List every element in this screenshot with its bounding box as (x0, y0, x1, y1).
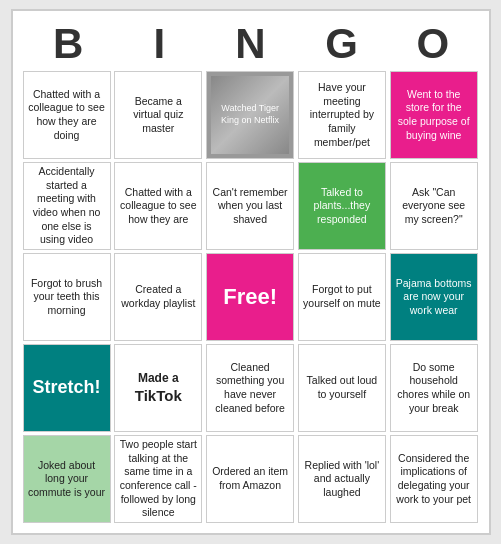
header-letter-o: O (389, 21, 477, 67)
bingo-cell-5[interactable]: Accidentally started a meeting with vide… (23, 162, 111, 250)
bingo-cell-3[interactable]: Have your meeting interrupted by family … (298, 71, 386, 159)
cell-text-4: Went to the store for the sole purpose o… (395, 88, 473, 143)
bingo-card: BINGO Chatted with a colleague to see ho… (11, 9, 491, 535)
cell-text-23: Replied with 'lol' and actually laughed (303, 459, 381, 500)
bingo-cell-12[interactable]: Free! (206, 253, 294, 341)
tiktok-label: Made aTikTok (135, 371, 182, 406)
bingo-cell-19[interactable]: Do some household chores while on your b… (390, 344, 478, 432)
cell-text-15: Stretch! (32, 376, 100, 399)
header-letter-n: N (206, 21, 294, 67)
cell-text-24: Considered the implications of delegatin… (395, 452, 473, 507)
cell-text-19: Do some household chores while on your b… (395, 361, 473, 416)
bingo-cell-7[interactable]: Can't remember when you last shaved (206, 162, 294, 250)
cell-text-5: Accidentally started a meeting with vide… (28, 165, 106, 247)
bingo-cell-23[interactable]: Replied with 'lol' and actually laughed (298, 435, 386, 523)
bingo-cell-10[interactable]: Forgot to brush your teeth this morning (23, 253, 111, 341)
header-letter-b: B (24, 21, 112, 67)
bingo-cell-9[interactable]: Ask "Can everyone see my screen?" (390, 162, 478, 250)
cell-text-1: Became a virtual quiz master (119, 95, 197, 136)
bingo-cell-17[interactable]: Cleaned something you have never cleaned… (206, 344, 294, 432)
cell-text-8: Talked to plants...they responded (303, 186, 381, 227)
cell-text-21: Two people start talking at the same tim… (119, 438, 197, 520)
cell-text-10: Forgot to brush your teeth this morning (28, 277, 106, 318)
bingo-cell-11[interactable]: Created a workday playlist (114, 253, 202, 341)
cell-text-9: Ask "Can everyone see my screen?" (395, 186, 473, 227)
bingo-cell-0[interactable]: Chatted with a colleague to see how they… (23, 71, 111, 159)
header-letter-g: G (298, 21, 386, 67)
header-letter-i: I (115, 21, 203, 67)
bingo-cell-24[interactable]: Considered the implications of delegatin… (390, 435, 478, 523)
cell-text-11: Created a workday playlist (119, 283, 197, 310)
cell-text-22: Ordered an item from Amazon (211, 465, 289, 492)
bingo-header: BINGO (23, 21, 479, 67)
bingo-cell-21[interactable]: Two people start talking at the same tim… (114, 435, 202, 523)
bingo-cell-20[interactable]: Joked about long your commute is your (23, 435, 111, 523)
cell-text-3: Have your meeting interrupted by family … (303, 81, 381, 149)
bingo-cell-15[interactable]: Stretch! (23, 344, 111, 432)
bingo-cell-2[interactable]: Watched Tiger King on Netflix (206, 71, 294, 159)
bingo-cell-14[interactable]: Pajama bottoms are now your work wear (390, 253, 478, 341)
cell-text-7: Can't remember when you last shaved (211, 186, 289, 227)
bingo-cell-18[interactable]: Talked out loud to yourself (298, 344, 386, 432)
bingo-cell-4[interactable]: Went to the store for the sole purpose o… (390, 71, 478, 159)
cell-text-6: Chatted with a colleague to see how they… (119, 186, 197, 227)
cell-text-14: Pajama bottoms are now your work wear (395, 277, 473, 318)
bingo-cell-8[interactable]: Talked to plants...they responded (298, 162, 386, 250)
cell-text-20: Joked about long your commute is your (28, 459, 106, 500)
cell-text-18: Talked out loud to yourself (303, 374, 381, 401)
bingo-cell-16[interactable]: Made aTikTok (114, 344, 202, 432)
bingo-cell-6[interactable]: Chatted with a colleague to see how they… (114, 162, 202, 250)
bingo-cell-22[interactable]: Ordered an item from Amazon (206, 435, 294, 523)
cell-text-17: Cleaned something you have never cleaned… (211, 361, 289, 416)
cell-text-13: Forgot to put yourself on mute (303, 283, 381, 310)
image-placeholder: Watched Tiger King on Netflix (211, 76, 289, 154)
free-space-label: Free! (223, 283, 277, 312)
bingo-grid: Chatted with a colleague to see how they… (23, 71, 479, 523)
bingo-cell-13[interactable]: Forgot to put yourself on mute (298, 253, 386, 341)
cell-text-0: Chatted with a colleague to see how they… (28, 88, 106, 143)
bingo-cell-1[interactable]: Became a virtual quiz master (114, 71, 202, 159)
